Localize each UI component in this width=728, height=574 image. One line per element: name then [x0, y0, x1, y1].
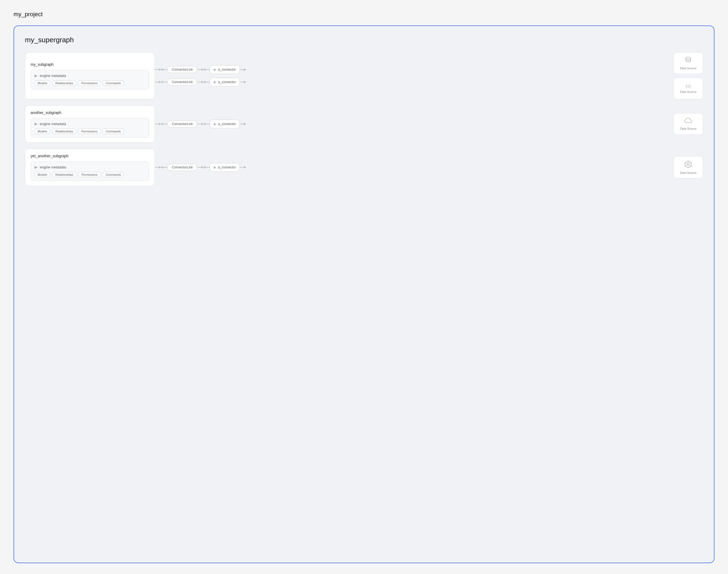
terminal-icon-3: ▶ [35, 165, 38, 169]
svg-point-0 [686, 57, 691, 59]
subgraph-box-another: another_subgraph ▶ engine metadata Model… [25, 105, 155, 143]
flow-row-1b: ConnectorLink ▶ a_connector [155, 78, 672, 86]
a-connector-box-3[interactable]: ▶ a_connector [210, 163, 240, 172]
connector-link-pill-3[interactable]: ConnectorLink [167, 164, 197, 171]
connector-link-pill-1a[interactable]: ConnectorLink [167, 66, 197, 73]
data-source-box-2: Data Source [673, 113, 703, 135]
terminal-icon-2: ▶ [35, 122, 38, 126]
badge-commands-1[interactable]: Commands [102, 80, 124, 86]
graph-icon [684, 160, 692, 169]
fx-icon: (x) [686, 84, 691, 88]
badge-models-2[interactable]: Models [35, 129, 50, 134]
subgraph-row-another: another_subgraph ▶ engine metadata Model… [25, 105, 703, 143]
badge-permissions-1[interactable]: Permissions [79, 80, 101, 86]
connector-icon-1b: ▶ [214, 80, 216, 84]
engine-label-3: engine metadata [40, 165, 66, 169]
data-source-label-1a: Data Source [680, 67, 696, 70]
subgraph-name-my-subgraph: my_subgraph [31, 62, 149, 67]
subgraph-box-my-subgraph: my_subgraph ▶ engine metadata Models Rel… [25, 52, 155, 99]
badge-relationships-2[interactable]: Relationships [52, 129, 76, 134]
supergraph-title: my_supergraph [25, 36, 703, 44]
subgraph-name-another: another_subgraph [31, 111, 149, 115]
cloud-icon [684, 118, 692, 125]
connector-link-pill-1b[interactable]: ConnectorLink [167, 79, 197, 86]
flow-row-1a: ConnectorLink ▶ a_connector [155, 65, 672, 74]
engine-label-1: engine metadata [40, 74, 66, 78]
badge-relationships-3[interactable]: Relationships [52, 172, 76, 177]
badge-permissions-3[interactable]: Permissions [79, 172, 101, 177]
a-connector-box-1b[interactable]: ▶ a_connector [210, 78, 240, 86]
data-source-box-1b: (x) Data Source [673, 78, 703, 99]
connector-icon-1a: ▶ [214, 68, 216, 72]
data-source-box-1a: Data Source [673, 52, 703, 74]
svg-line-6 [685, 163, 687, 164]
data-source-label-1b: Data Source [680, 90, 696, 93]
supergraph-container: my_supergraph my_subgraph ▶ engine metad… [13, 26, 715, 563]
badge-permissions-2[interactable]: Permissions [79, 129, 101, 134]
terminal-icon-1: ▶ [35, 73, 38, 78]
badge-relationships-1[interactable]: Relationships [52, 80, 76, 86]
badge-commands-3[interactable]: Commands [102, 172, 124, 177]
badge-commands-2[interactable]: Commands [102, 129, 124, 134]
engine-label-2: engine metadata [40, 122, 66, 126]
subgraph-box-yet-another: yet_another_subgraph ▶ engine metadata M… [25, 149, 155, 186]
data-source-label-2: Data Source [680, 127, 696, 130]
badge-models-3[interactable]: Models [35, 172, 50, 177]
page-title: my_project [13, 11, 715, 18]
data-source-label-3: Data Source [680, 171, 696, 174]
badge-models-1[interactable]: Models [35, 80, 50, 86]
a-connector-box-2[interactable]: ▶ a_connector [210, 120, 240, 128]
subgraph-name-yet-another: yet_another_subgraph [31, 154, 149, 158]
data-source-box-3: Data Source [673, 156, 703, 178]
engine-metadata-box-2: ▶ engine metadata Models Relationships P… [31, 118, 149, 137]
db-icon [685, 56, 692, 65]
svg-line-7 [689, 165, 691, 166]
svg-point-2 [687, 163, 689, 165]
subgraph-row-yet-another: yet_another_subgraph ▶ engine metadata M… [25, 149, 703, 186]
connector-icon-3: ▶ [214, 165, 216, 169]
a-connector-box-1a[interactable]: ▶ a_connector [210, 65, 240, 74]
svg-line-8 [685, 165, 687, 166]
connector-icon-2: ▶ [214, 122, 216, 126]
engine-metadata-box-3: ▶ engine metadata Models Relationships P… [31, 161, 149, 181]
subgraph-row-my-subgraph: my_subgraph ▶ engine metadata Models Rel… [25, 52, 703, 99]
svg-line-5 [689, 163, 691, 164]
engine-metadata-box-1: ▶ engine metadata Models Relationships P… [31, 70, 149, 89]
connector-link-pill-2[interactable]: ConnectorLink [167, 121, 197, 127]
